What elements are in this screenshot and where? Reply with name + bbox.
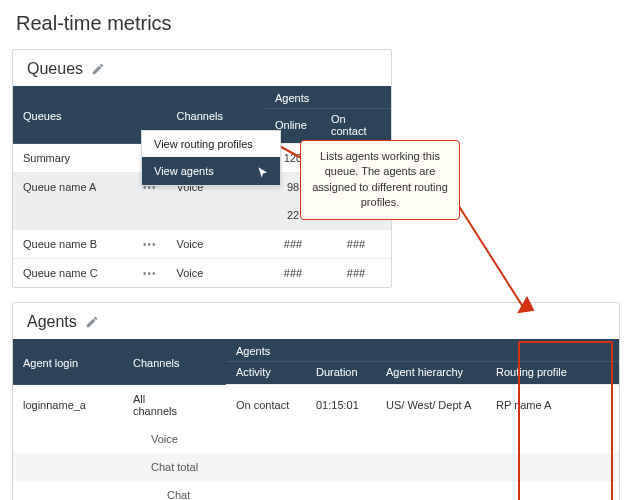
annotation-callout: Lists agents working this queue. The age… xyxy=(300,140,460,220)
col-on-contact[interactable]: On contact xyxy=(321,109,391,144)
agent-routing: RP name A xyxy=(486,385,619,426)
sub-channel: Chat xyxy=(123,481,619,500)
agents-table: Agent login Channels Agents Activity Dur… xyxy=(13,339,619,500)
col-channels[interactable]: Channels xyxy=(123,339,226,385)
cursor-icon xyxy=(256,166,270,180)
row-context-menu: View routing profiles View agents xyxy=(141,130,281,186)
edit-icon[interactable] xyxy=(91,62,105,76)
queue-name: Queue name B xyxy=(13,230,133,259)
queue-on-contact: ### xyxy=(321,230,391,259)
menu-view-agents-label: View agents xyxy=(154,165,214,177)
menu-view-routing-profiles[interactable]: View routing profiles xyxy=(142,131,280,157)
edit-icon[interactable] xyxy=(85,315,99,329)
agent-activity: On contact xyxy=(226,385,306,426)
agent-login: loginname_a xyxy=(13,385,123,426)
queue-name: Queue name C xyxy=(13,259,133,288)
col-agent-login[interactable]: Agent login xyxy=(13,339,123,385)
agent-sub-row: Voice xyxy=(13,425,619,453)
agent-duration: 01:15:01 xyxy=(306,385,376,426)
page-title: Real-time metrics xyxy=(16,12,625,35)
row-menu-icon[interactable]: ••• xyxy=(143,268,157,279)
queue-on-contact: ### xyxy=(321,259,391,288)
col-routing-profile[interactable]: Routing profile xyxy=(486,362,619,385)
agent-channel: All channels xyxy=(123,385,193,426)
col-agents-group: Agents xyxy=(226,339,619,362)
col-hierarchy[interactable]: Agent hierarchy xyxy=(376,362,486,385)
sub-channel: Chat total xyxy=(123,453,619,481)
queue-online: ### xyxy=(265,259,321,288)
queue-row[interactable]: Queue name C ••• Voice ### ### xyxy=(13,259,391,288)
agents-section: Agents Agent login Channels Agents Activ… xyxy=(12,302,620,500)
queue-channel: Voice xyxy=(167,230,265,259)
svg-line-2 xyxy=(455,200,525,310)
agent-sub-row: Chat total xyxy=(13,453,619,481)
queues-title: Queues xyxy=(27,60,83,78)
col-activity[interactable]: Activity xyxy=(226,362,306,385)
agent-row[interactable]: loginname_a All channels On contact 01:1… xyxy=(13,385,619,426)
queue-name: Queue name A xyxy=(13,173,133,202)
queue-channel: Voice xyxy=(167,259,265,288)
sub-channel: Voice xyxy=(123,425,619,453)
agents-title: Agents xyxy=(27,313,77,331)
col-queues[interactable]: Queues xyxy=(13,86,133,144)
row-menu-icon[interactable]: ••• xyxy=(143,239,157,250)
queue-online: ### xyxy=(265,230,321,259)
col-agents-group: Agents xyxy=(265,86,391,109)
agent-hierarchy: US/ West/ Dept A xyxy=(376,385,486,426)
menu-view-agents[interactable]: View agents xyxy=(142,157,280,185)
agent-sub-row: Chat xyxy=(13,481,619,500)
col-duration[interactable]: Duration xyxy=(306,362,376,385)
queue-row[interactable]: Queue name B ••• Voice ### ### xyxy=(13,230,391,259)
